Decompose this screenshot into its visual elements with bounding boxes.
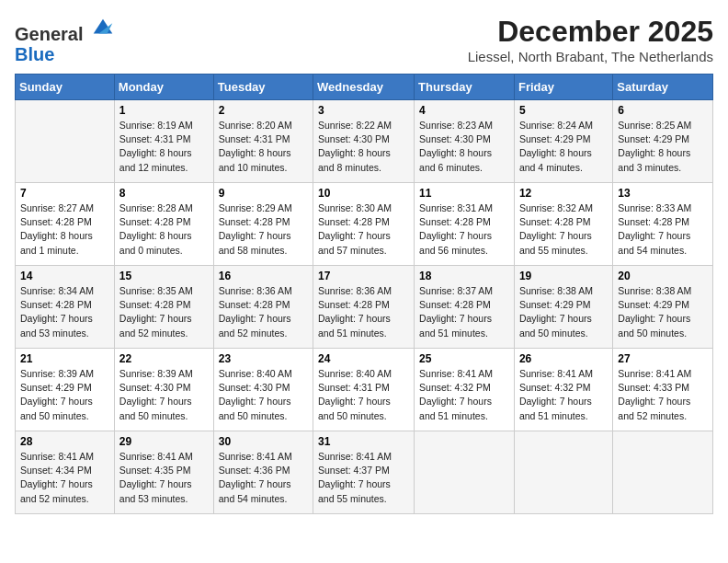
cell-content: Sunrise: 8:40 AMSunset: 4:30 PMDaylight:… [219,367,308,423]
calendar-day-header: Tuesday [213,75,313,100]
day-number: 19 [519,270,608,282]
calendar-cell: 23Sunrise: 8:40 AMSunset: 4:30 PMDayligh… [213,349,313,431]
day-number: 2 [219,104,308,117]
day-number: 1 [119,104,209,117]
calendar-cell: 7Sunrise: 8:27 AMSunset: 4:28 PMDaylight… [16,183,115,266]
cell-content: Sunrise: 8:31 AMSunset: 4:28 PMDaylight:… [419,201,509,258]
day-number: 11 [419,187,509,200]
day-number: 29 [119,435,209,448]
day-number: 24 [318,352,409,365]
cell-content: Sunrise: 8:41 AMSunset: 4:33 PMDaylight:… [618,367,708,423]
logo-icon [90,15,116,40]
calendar-cell: 6Sunrise: 8:25 AMSunset: 4:29 PMDaylight… [613,100,713,183]
day-number: 7 [20,187,109,200]
day-number: 8 [119,187,209,200]
calendar-cell: 10Sunrise: 8:30 AMSunset: 4:28 PMDayligh… [313,183,415,266]
cell-content: Sunrise: 8:39 AMSunset: 4:30 PMDaylight:… [119,367,209,423]
cell-content: Sunrise: 8:38 AMSunset: 4:29 PMDaylight:… [618,284,708,340]
calendar-cell: 17Sunrise: 8:36 AMSunset: 4:28 PMDayligh… [313,266,415,349]
day-number: 31 [318,435,409,448]
calendar-week-row: 14Sunrise: 8:34 AMSunset: 4:28 PMDayligh… [16,266,713,349]
calendar-week-row: 28Sunrise: 8:41 AMSunset: 4:34 PMDayligh… [16,431,713,514]
calendar-cell: 8Sunrise: 8:28 AMSunset: 4:28 PMDaylight… [114,183,213,266]
cell-content: Sunrise: 8:35 AMSunset: 4:28 PMDaylight:… [119,284,209,340]
day-number: 27 [618,352,708,365]
calendar-cell [613,431,713,514]
calendar-cell: 16Sunrise: 8:36 AMSunset: 4:28 PMDayligh… [213,266,313,349]
cell-content: Sunrise: 8:41 AMSunset: 4:37 PMDaylight:… [318,450,409,506]
calendar-cell: 30Sunrise: 8:41 AMSunset: 4:36 PMDayligh… [213,431,313,514]
cell-content: Sunrise: 8:40 AMSunset: 4:31 PMDaylight:… [318,367,409,423]
logo-general: General [15,24,83,44]
page-header: General Blue December 2025 Liessel, Nort… [15,15,713,64]
cell-content: Sunrise: 8:39 AMSunset: 4:29 PMDaylight:… [20,367,109,423]
calendar-day-header: Thursday [415,75,515,100]
day-number: 17 [318,270,409,282]
calendar-day-header: Wednesday [313,75,415,100]
day-number: 13 [618,187,708,200]
cell-content: Sunrise: 8:38 AMSunset: 4:29 PMDaylight:… [519,284,608,340]
calendar-day-header: Saturday [613,75,713,100]
calendar-cell: 5Sunrise: 8:24 AMSunset: 4:29 PMDaylight… [514,100,612,183]
title-block: December 2025 Liessel, North Brabant, Th… [468,15,713,64]
calendar-day-header: Friday [514,75,612,100]
calendar-cell: 21Sunrise: 8:39 AMSunset: 4:29 PMDayligh… [16,349,115,431]
calendar-cell: 2Sunrise: 8:20 AMSunset: 4:31 PMDaylight… [213,100,313,183]
day-number: 12 [519,187,608,200]
cell-content: Sunrise: 8:23 AMSunset: 4:30 PMDaylight:… [419,119,509,175]
calendar-cell [415,431,515,514]
cell-content: Sunrise: 8:41 AMSunset: 4:32 PMDaylight:… [419,367,509,423]
calendar-cell: 28Sunrise: 8:41 AMSunset: 4:34 PMDayligh… [16,431,115,514]
cell-content: Sunrise: 8:32 AMSunset: 4:28 PMDaylight:… [519,201,608,258]
calendar-cell: 12Sunrise: 8:32 AMSunset: 4:28 PMDayligh… [514,183,612,266]
logo: General Blue [15,15,116,64]
day-number: 16 [219,270,308,282]
cell-content: Sunrise: 8:24 AMSunset: 4:29 PMDaylight:… [519,119,608,175]
calendar-cell: 3Sunrise: 8:22 AMSunset: 4:30 PMDaylight… [313,100,415,183]
calendar-cell: 9Sunrise: 8:29 AMSunset: 4:28 PMDaylight… [213,183,313,266]
day-number: 9 [219,187,308,200]
calendar-table: SundayMondayTuesdayWednesdayThursdayFrid… [15,74,713,514]
logo-blue: Blue [15,44,54,64]
calendar-cell: 22Sunrise: 8:39 AMSunset: 4:30 PMDayligh… [114,349,213,431]
calendar-cell: 27Sunrise: 8:41 AMSunset: 4:33 PMDayligh… [613,349,713,431]
day-number: 21 [20,352,109,365]
calendar-cell: 11Sunrise: 8:31 AMSunset: 4:28 PMDayligh… [415,183,515,266]
calendar-cell: 1Sunrise: 8:19 AMSunset: 4:31 PMDaylight… [114,100,213,183]
calendar-cell: 29Sunrise: 8:41 AMSunset: 4:35 PMDayligh… [114,431,213,514]
calendar-cell: 20Sunrise: 8:38 AMSunset: 4:29 PMDayligh… [613,266,713,349]
month-title: December 2025 [468,15,713,49]
cell-content: Sunrise: 8:20 AMSunset: 4:31 PMDaylight:… [219,119,308,175]
calendar-header-row: SundayMondayTuesdayWednesdayThursdayFrid… [16,75,713,100]
day-number: 28 [20,435,109,448]
day-number: 3 [318,104,409,117]
calendar-cell: 24Sunrise: 8:40 AMSunset: 4:31 PMDayligh… [313,349,415,431]
day-number: 30 [219,435,308,448]
cell-content: Sunrise: 8:37 AMSunset: 4:28 PMDaylight:… [419,284,509,340]
location-title: Liessel, North Brabant, The Netherlands [468,49,713,64]
day-number: 6 [618,104,708,117]
calendar-cell: 4Sunrise: 8:23 AMSunset: 4:30 PMDaylight… [415,100,515,183]
day-number: 26 [519,352,608,365]
calendar-cell: 31Sunrise: 8:41 AMSunset: 4:37 PMDayligh… [313,431,415,514]
day-number: 23 [219,352,308,365]
calendar-cell [514,431,612,514]
day-number: 22 [119,352,209,365]
cell-content: Sunrise: 8:22 AMSunset: 4:30 PMDaylight:… [318,119,409,175]
calendar-cell: 13Sunrise: 8:33 AMSunset: 4:28 PMDayligh… [613,183,713,266]
calendar-cell: 18Sunrise: 8:37 AMSunset: 4:28 PMDayligh… [415,266,515,349]
cell-content: Sunrise: 8:36 AMSunset: 4:28 PMDaylight:… [318,284,409,340]
day-number: 5 [519,104,608,117]
calendar-week-row: 7Sunrise: 8:27 AMSunset: 4:28 PMDaylight… [16,183,713,266]
calendar-day-header: Sunday [16,75,115,100]
cell-content: Sunrise: 8:41 AMSunset: 4:34 PMDaylight:… [20,450,109,506]
cell-content: Sunrise: 8:33 AMSunset: 4:28 PMDaylight:… [618,201,708,258]
cell-content: Sunrise: 8:41 AMSunset: 4:36 PMDaylight:… [219,450,308,506]
cell-content: Sunrise: 8:41 AMSunset: 4:35 PMDaylight:… [119,450,209,506]
calendar-cell [16,100,115,183]
day-number: 25 [419,352,509,365]
calendar-day-header: Monday [114,75,213,100]
cell-content: Sunrise: 8:28 AMSunset: 4:28 PMDaylight:… [119,201,209,258]
day-number: 10 [318,187,409,200]
cell-content: Sunrise: 8:29 AMSunset: 4:28 PMDaylight:… [219,201,308,258]
